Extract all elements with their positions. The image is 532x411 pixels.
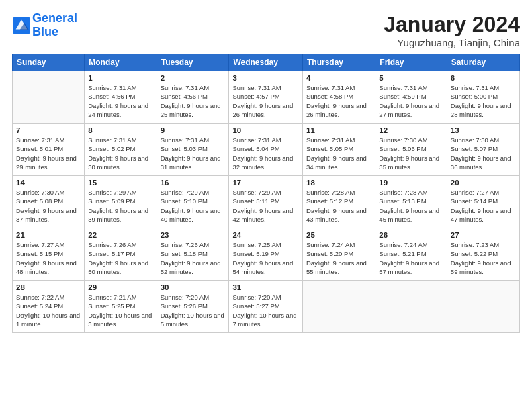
calendar-cell: 19Sunrise: 7:28 AM Sunset: 5:13 PM Dayli… — [375, 176, 447, 228]
day-info: Sunrise: 7:20 AM Sunset: 5:26 PM Dayligh… — [161, 293, 226, 328]
day-info: Sunrise: 7:28 AM Sunset: 5:12 PM Dayligh… — [306, 188, 371, 224]
day-number: 31 — [232, 283, 299, 291]
day-info: Sunrise: 7:31 AM Sunset: 4:59 PM Dayligh… — [379, 83, 443, 119]
day-info: Sunrise: 7:31 AM Sunset: 4:56 PM Dayligh… — [161, 83, 226, 119]
day-info: Sunrise: 7:21 AM Sunset: 5:25 PM Dayligh… — [88, 293, 152, 328]
day-info: Sunrise: 7:23 AM Sunset: 5:22 PM Dayligh… — [451, 240, 516, 276]
month-title: January 2024 — [384, 12, 520, 37]
day-number: 25 — [306, 231, 371, 239]
day-number: 24 — [232, 231, 299, 239]
day-info: Sunrise: 7:30 AM Sunset: 5:06 PM Dayligh… — [379, 136, 443, 171]
calendar-week-row: 7Sunrise: 7:31 AM Sunset: 5:01 PM Daylig… — [13, 124, 520, 176]
day-number: 23 — [161, 231, 226, 239]
calendar-week-row: 1Sunrise: 7:31 AM Sunset: 4:56 PM Daylig… — [13, 71, 520, 124]
day-info: Sunrise: 7:31 AM Sunset: 4:56 PM Dayligh… — [88, 83, 152, 119]
day-number: 15 — [88, 179, 152, 187]
day-number: 22 — [88, 231, 152, 239]
day-number: 5 — [379, 74, 443, 82]
calendar-cell — [447, 281, 519, 333]
day-info: Sunrise: 7:31 AM Sunset: 4:57 PM Dayligh… — [232, 83, 299, 119]
header: General Blue January 2024 Yuguzhuang, Ti… — [12, 12, 520, 48]
day-info: Sunrise: 7:26 AM Sunset: 5:17 PM Dayligh… — [88, 240, 152, 276]
day-info: Sunrise: 7:28 AM Sunset: 5:13 PM Dayligh… — [379, 188, 443, 224]
day-number: 28 — [16, 283, 81, 291]
calendar-cell: 14Sunrise: 7:30 AM Sunset: 5:08 PM Dayli… — [13, 176, 85, 228]
calendar-table: SundayMondayTuesdayWednesdayThursdayFrid… — [12, 54, 520, 333]
calendar-cell: 8Sunrise: 7:31 AM Sunset: 5:02 PM Daylig… — [85, 124, 157, 176]
calendar-cell: 2Sunrise: 7:31 AM Sunset: 4:56 PM Daylig… — [157, 71, 229, 124]
calendar-cell: 24Sunrise: 7:25 AM Sunset: 5:19 PM Dayli… — [229, 228, 303, 281]
day-number: 7 — [16, 126, 81, 134]
day-info: Sunrise: 7:31 AM Sunset: 5:03 PM Dayligh… — [161, 136, 226, 171]
calendar-cell: 10Sunrise: 7:31 AM Sunset: 5:04 PM Dayli… — [229, 124, 303, 176]
logo-line2: Blue — [32, 25, 58, 38]
day-info: Sunrise: 7:29 AM Sunset: 5:10 PM Dayligh… — [161, 188, 226, 224]
logo-line1: General — [32, 11, 77, 25]
day-number: 1 — [88, 74, 152, 82]
day-number: 10 — [232, 126, 299, 134]
day-info: Sunrise: 7:29 AM Sunset: 5:09 PM Dayligh… — [88, 188, 152, 224]
logo-text: General Blue — [32, 12, 77, 39]
calendar-cell: 1Sunrise: 7:31 AM Sunset: 4:56 PM Daylig… — [85, 71, 157, 124]
logo: General Blue — [12, 12, 77, 39]
calendar-cell: 4Sunrise: 7:31 AM Sunset: 4:58 PM Daylig… — [303, 71, 375, 124]
calendar-week-row: 28Sunrise: 7:22 AM Sunset: 5:24 PM Dayli… — [13, 281, 520, 333]
day-info: Sunrise: 7:27 AM Sunset: 5:14 PM Dayligh… — [451, 188, 516, 224]
weekday-header-row: SundayMondayTuesdayWednesdayThursdayFrid… — [13, 54, 520, 71]
calendar-cell: 29Sunrise: 7:21 AM Sunset: 5:25 PM Dayli… — [85, 281, 157, 333]
day-number: 30 — [161, 283, 226, 291]
day-number: 16 — [161, 179, 226, 187]
calendar-cell — [303, 281, 375, 333]
day-number: 4 — [306, 74, 371, 82]
day-number: 26 — [379, 231, 443, 239]
calendar-cell: 30Sunrise: 7:20 AM Sunset: 5:26 PM Dayli… — [157, 281, 229, 333]
title-section: January 2024 Yuguzhuang, Tianjin, China — [384, 12, 520, 48]
day-number: 17 — [232, 179, 299, 187]
day-number: 20 — [451, 179, 516, 187]
calendar-cell: 5Sunrise: 7:31 AM Sunset: 4:59 PM Daylig… — [375, 71, 447, 124]
day-info: Sunrise: 7:20 AM Sunset: 5:27 PM Dayligh… — [232, 293, 299, 328]
day-number: 3 — [232, 74, 299, 82]
weekday-header-sunday: Sunday — [13, 54, 85, 71]
day-info: Sunrise: 7:24 AM Sunset: 5:21 PM Dayligh… — [379, 240, 443, 276]
day-info: Sunrise: 7:31 AM Sunset: 5:00 PM Dayligh… — [451, 83, 516, 119]
day-number: 8 — [88, 126, 152, 134]
calendar-cell: 18Sunrise: 7:28 AM Sunset: 5:12 PM Dayli… — [303, 176, 375, 228]
day-info: Sunrise: 7:31 AM Sunset: 5:04 PM Dayligh… — [232, 136, 299, 171]
day-number: 29 — [88, 283, 152, 291]
calendar-cell: 28Sunrise: 7:22 AM Sunset: 5:24 PM Dayli… — [13, 281, 85, 333]
day-number: 9 — [161, 126, 226, 134]
day-info: Sunrise: 7:27 AM Sunset: 5:15 PM Dayligh… — [16, 240, 81, 276]
calendar-cell: 9Sunrise: 7:31 AM Sunset: 5:03 PM Daylig… — [157, 124, 229, 176]
calendar-cell: 27Sunrise: 7:23 AM Sunset: 5:22 PM Dayli… — [447, 228, 519, 281]
weekday-header-saturday: Saturday — [447, 54, 519, 71]
weekday-header-thursday: Thursday — [303, 54, 375, 71]
weekday-header-monday: Monday — [85, 54, 157, 71]
calendar-cell: 21Sunrise: 7:27 AM Sunset: 5:15 PM Dayli… — [13, 228, 85, 281]
calendar-week-row: 14Sunrise: 7:30 AM Sunset: 5:08 PM Dayli… — [13, 176, 520, 228]
calendar-cell: 6Sunrise: 7:31 AM Sunset: 5:00 PM Daylig… — [447, 71, 519, 124]
location-subtitle: Yuguzhuang, Tianjin, China — [384, 37, 520, 48]
calendar-cell: 7Sunrise: 7:31 AM Sunset: 5:01 PM Daylig… — [13, 124, 85, 176]
calendar-cell — [13, 71, 85, 124]
calendar-cell: 17Sunrise: 7:29 AM Sunset: 5:11 PM Dayli… — [229, 176, 303, 228]
calendar-cell: 23Sunrise: 7:26 AM Sunset: 5:18 PM Dayli… — [157, 228, 229, 281]
day-info: Sunrise: 7:26 AM Sunset: 5:18 PM Dayligh… — [161, 240, 226, 276]
weekday-header-tuesday: Tuesday — [157, 54, 229, 71]
calendar-cell: 20Sunrise: 7:27 AM Sunset: 5:14 PM Dayli… — [447, 176, 519, 228]
calendar-cell: 11Sunrise: 7:31 AM Sunset: 5:05 PM Dayli… — [303, 124, 375, 176]
day-info: Sunrise: 7:25 AM Sunset: 5:19 PM Dayligh… — [232, 240, 299, 276]
weekday-header-friday: Friday — [375, 54, 447, 71]
weekday-header-wednesday: Wednesday — [229, 54, 303, 71]
day-number: 19 — [379, 179, 443, 187]
day-info: Sunrise: 7:31 AM Sunset: 5:05 PM Dayligh… — [306, 136, 371, 171]
page: General Blue January 2024 Yuguzhuang, Ti… — [0, 0, 532, 411]
day-info: Sunrise: 7:30 AM Sunset: 5:07 PM Dayligh… — [451, 136, 516, 171]
day-info: Sunrise: 7:31 AM Sunset: 5:02 PM Dayligh… — [88, 136, 152, 171]
day-number: 11 — [306, 126, 371, 134]
calendar-cell: 3Sunrise: 7:31 AM Sunset: 4:57 PM Daylig… — [229, 71, 303, 124]
calendar-cell: 26Sunrise: 7:24 AM Sunset: 5:21 PM Dayli… — [375, 228, 447, 281]
calendar-cell: 16Sunrise: 7:29 AM Sunset: 5:10 PM Dayli… — [157, 176, 229, 228]
day-number: 12 — [379, 126, 443, 134]
calendar-cell — [375, 281, 447, 333]
